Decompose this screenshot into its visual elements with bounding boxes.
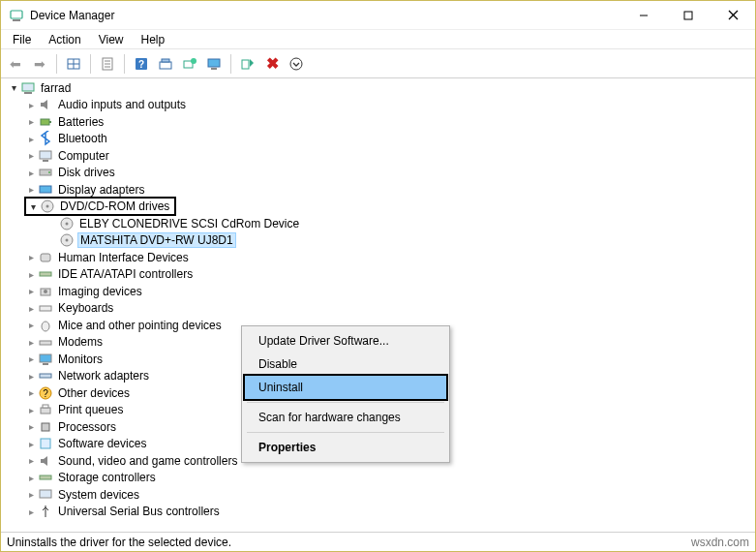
chevron-right-icon[interactable]: ▸: [24, 320, 38, 330]
status-bar: Uninstalls the driver for the selected d…: [1, 532, 755, 551]
show-hidden-icon[interactable]: [63, 53, 84, 75]
status-text: Uninstalls the driver for the selected d…: [7, 536, 231, 549]
tree-item[interactable]: ▸Display adapters: [1, 181, 755, 199]
ctx-properties[interactable]: Properties: [245, 436, 446, 459]
ctx-disable[interactable]: Disable: [245, 353, 446, 376]
svg-point-22: [290, 58, 302, 70]
chevron-right-icon[interactable]: ▸: [24, 337, 38, 348]
update-driver-icon[interactable]: [179, 53, 200, 75]
svg-rect-3: [684, 12, 692, 19]
chevron-right-icon[interactable]: ▸: [24, 150, 38, 161]
chevron-right-icon[interactable]: ▸: [24, 387, 38, 398]
menu-view[interactable]: View: [91, 31, 132, 48]
menu-file[interactable]: File: [5, 31, 39, 48]
svg-rect-47: [40, 374, 51, 378]
chevron-right-icon[interactable]: ▸: [24, 184, 38, 195]
tree-item[interactable]: ▸Audio inputs and outputs: [1, 97, 755, 114]
tree-item-label: Network adapters: [56, 369, 151, 383]
tree-item-disc-child[interactable]: ELBY CLONEDRIVE SCSI CdRom Device: [1, 215, 755, 232]
minimize-button[interactable]: [621, 1, 666, 30]
tree-item[interactable]: ▸Imaging devices: [1, 283, 755, 300]
device-icon: [38, 470, 53, 485]
tree-item[interactable]: ▸Computer: [1, 147, 755, 165]
chevron-right-icon[interactable]: ▸: [24, 371, 38, 382]
menu-help[interactable]: Help: [134, 31, 173, 48]
enable-device-icon[interactable]: [237, 53, 258, 75]
maximize-button[interactable]: [666, 1, 711, 30]
back-button[interactable]: ⬅: [5, 53, 26, 75]
chevron-right-icon[interactable]: ▸: [24, 303, 38, 314]
menu-action[interactable]: Action: [41, 31, 88, 48]
chevron-right-icon[interactable]: ▸: [24, 100, 38, 110]
svg-text:?: ?: [138, 59, 144, 70]
svg-rect-1: [13, 19, 20, 21]
uninstall-device-icon[interactable]: ✖: [261, 53, 283, 75]
ctx-uninstall[interactable]: Uninstall: [243, 374, 448, 401]
chevron-right-icon[interactable]: ▸: [24, 286, 38, 296]
device-icon: [38, 300, 53, 316]
chevron-right-icon[interactable]: ▸: [24, 421, 38, 432]
svg-rect-0: [11, 11, 22, 18]
tree-item[interactable]: ▸Bluetooth: [1, 131, 755, 148]
tree-item[interactable]: ▸Keyboards: [1, 300, 755, 318]
tree-item[interactable]: ▸Universal Serial Bus controllers: [1, 504, 755, 521]
svg-text:?: ?: [43, 388, 48, 399]
tree-item-label: Human Interface Devices: [56, 251, 191, 264]
device-icon: [38, 284, 53, 299]
tree-root[interactable]: ▾ farrad: [1, 79, 755, 97]
tree-item-label: Universal Serial Bus controllers: [56, 505, 222, 518]
svg-point-33: [46, 205, 49, 208]
tree-item-label: Other devices: [56, 386, 132, 400]
device-icon: [38, 114, 53, 130]
svg-rect-45: [40, 354, 51, 362]
monitor-icon[interactable]: [203, 53, 225, 75]
device-icon: [38, 266, 53, 282]
tree-item-dvd[interactable]: ▾ DVD/CD-ROM drives: [1, 199, 755, 216]
chevron-right-icon[interactable]: ▸: [24, 489, 38, 500]
chevron-right-icon[interactable]: ▸: [24, 405, 38, 415]
tree-item-disc-child-selected[interactable]: MATSHITA DVD+-RW UJ8D1: [1, 232, 755, 250]
svg-point-41: [44, 290, 47, 293]
forward-button[interactable]: ➡: [29, 53, 50, 75]
svg-rect-52: [42, 423, 49, 431]
ctx-update-driver[interactable]: Update Driver Software...: [245, 329, 446, 353]
svg-rect-38: [41, 254, 50, 261]
svg-rect-54: [40, 475, 51, 479]
chevron-right-icon[interactable]: ▸: [24, 439, 38, 449]
tree-item[interactable]: ▸System devices: [1, 486, 755, 504]
svg-rect-26: [49, 121, 51, 123]
tree-item[interactable]: ▸Human Interface Devices: [1, 249, 755, 266]
svg-rect-44: [40, 341, 51, 345]
disc-drive-icon: [59, 216, 75, 231]
chevron-right-icon[interactable]: ▸: [24, 116, 38, 127]
chevron-right-icon[interactable]: ▸: [24, 134, 38, 144]
svg-rect-28: [43, 160, 48, 162]
tree-item[interactable]: ▸Batteries: [1, 113, 755, 131]
tree-item-label: Display adapters: [56, 183, 146, 197]
device-tree[interactable]: ▾ farrad ▸Audio inputs and outputs▸Batte…: [1, 78, 755, 534]
chevron-down-icon[interactable]: ▾: [7, 82, 20, 93]
chevron-down-icon[interactable]: ▾: [26, 201, 40, 212]
tree-item[interactable]: ▸IDE ATA/ATAPI controllers: [1, 266, 755, 284]
properties-icon[interactable]: [97, 53, 118, 75]
down-arrow-icon[interactable]: [286, 53, 307, 75]
scan-hardware-icon[interactable]: [155, 53, 176, 75]
chevron-right-icon[interactable]: ▸: [24, 455, 38, 466]
ctx-separator: [247, 432, 444, 433]
chevron-right-icon[interactable]: ▸: [24, 168, 38, 178]
chevron-right-icon[interactable]: ▸: [24, 473, 38, 483]
help-icon[interactable]: ?: [131, 53, 152, 75]
ctx-scan-hardware[interactable]: Scan for hardware changes: [245, 406, 446, 429]
chevron-right-icon[interactable]: ▸: [24, 506, 38, 517]
tree-item-label: DVD/CD-ROM drives: [58, 199, 171, 213]
chevron-right-icon[interactable]: ▸: [24, 353, 38, 364]
svg-point-35: [66, 222, 69, 225]
device-icon: [38, 487, 53, 503]
tree-item-label: System devices: [56, 488, 141, 502]
chevron-right-icon[interactable]: ▸: [24, 269, 38, 280]
tree-item[interactable]: ▸Disk drives: [1, 165, 755, 182]
close-button[interactable]: [711, 1, 755, 30]
tree-item[interactable]: ▸Storage controllers: [1, 470, 755, 487]
chevron-right-icon[interactable]: ▸: [24, 252, 38, 262]
tree-item-label: Keyboards: [56, 301, 115, 315]
